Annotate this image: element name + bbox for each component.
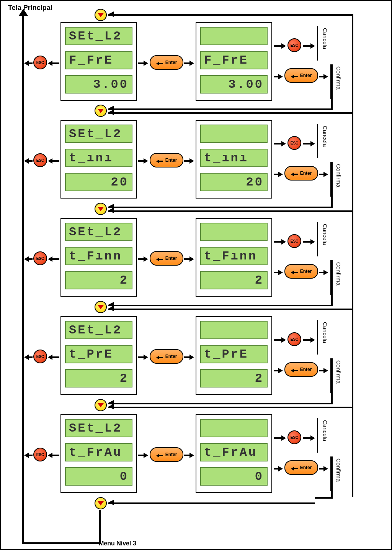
enter-button-confirma[interactable]: Enter bbox=[284, 460, 318, 475]
arrow-left-icon bbox=[108, 11, 114, 17]
arrow-right bbox=[184, 61, 194, 66]
arrow-up-icon bbox=[19, 9, 28, 16]
down-nav-button[interactable] bbox=[95, 301, 107, 313]
lcd-line1 bbox=[200, 27, 268, 45]
esc-button-left[interactable]: ESC bbox=[33, 251, 47, 265]
enter-button-mid[interactable]: Enter bbox=[150, 447, 183, 462]
arrow-left bbox=[48, 61, 59, 66]
cancela-bracket bbox=[317, 26, 318, 61]
menu-flow-diagram: Tela Principal ESC SEt_L2 F_FrE 3.00 Ent… bbox=[0, 0, 392, 550]
display-right: t_Fınn 2 bbox=[196, 218, 272, 297]
esc-button-left[interactable]: ESC bbox=[33, 448, 47, 461]
arrow-right bbox=[138, 61, 148, 66]
lcd-line1: SEt_L2 bbox=[65, 27, 132, 45]
title-menu-nivel: Menu Nível 3 bbox=[99, 540, 136, 547]
esc-button-cancela[interactable]: ESC bbox=[287, 234, 301, 248]
feedback-line bbox=[108, 14, 353, 16]
feedback-line bbox=[108, 502, 315, 504]
enter-button-mid[interactable]: Enter bbox=[150, 349, 183, 364]
feedback-line bbox=[108, 108, 333, 110]
arrow-left bbox=[24, 61, 33, 66]
down-nav-button[interactable] bbox=[95, 105, 107, 117]
lcd-line2: F_FrE bbox=[200, 51, 268, 69]
esc-button-cancela[interactable]: ESC bbox=[287, 136, 301, 150]
esc-button-left[interactable]: ESC bbox=[33, 153, 47, 167]
display-right: t_ını 20 bbox=[196, 120, 272, 199]
esc-button-left[interactable]: ESC bbox=[33, 56, 47, 69]
down-nav-button[interactable] bbox=[95, 399, 107, 411]
display-right: t_PrE 2 bbox=[196, 316, 272, 395]
esc-button-cancela[interactable]: ESC bbox=[287, 38, 301, 52]
title-tela-principal: Tela Principal bbox=[8, 4, 52, 12]
enter-button-confirma[interactable]: Enter bbox=[284, 68, 318, 83]
display-left: SEt_L2 t_ını 20 bbox=[60, 120, 137, 199]
down-nav-button-bottom[interactable] bbox=[95, 497, 107, 509]
confirma-vline bbox=[331, 64, 333, 110]
enter-button-mid[interactable]: Enter bbox=[150, 251, 183, 266]
confirma-label: Confirma bbox=[335, 66, 342, 90]
display-left: SEt_L2 t_FrAu 0 bbox=[60, 414, 137, 493]
enter-button-mid[interactable]: Enter bbox=[150, 55, 183, 70]
down-nav-button[interactable] bbox=[95, 203, 107, 215]
esc-button-cancela[interactable]: ESC bbox=[287, 430, 301, 444]
enter-button-confirma[interactable]: Enter bbox=[284, 264, 318, 279]
enter-button-mid[interactable]: Enter bbox=[150, 153, 183, 167]
cancela-label: Cancela bbox=[322, 28, 328, 49]
esc-button-left[interactable]: ESC bbox=[33, 350, 47, 363]
esc-button-cancela[interactable]: ESC bbox=[287, 332, 301, 346]
lcd-line3: 3.00 bbox=[65, 75, 132, 94]
arrow-right bbox=[303, 43, 315, 49]
arrow-right bbox=[319, 74, 328, 79]
enter-button-confirma[interactable]: Enter bbox=[284, 166, 318, 181]
display-left: SEt_L2 t_Fınn 2 bbox=[60, 218, 137, 297]
lcd-line2: F_FrE bbox=[65, 51, 132, 69]
arrow-right bbox=[274, 43, 286, 49]
arrow-right bbox=[274, 74, 283, 79]
down-nav-button-top[interactable] bbox=[95, 9, 107, 21]
feedback-line bbox=[108, 112, 353, 114]
display-right: t_FrAu 0 bbox=[196, 414, 272, 493]
enter-button-confirma[interactable]: Enter bbox=[284, 362, 318, 377]
arrow-left-icon bbox=[108, 110, 114, 115]
lcd-line3: 3.00 bbox=[200, 75, 268, 94]
display-right: F_FrE 3.00 bbox=[196, 22, 272, 101]
display-left: SEt_L2 t_PrE 2 bbox=[60, 316, 137, 395]
display-left: SEt_L2 F_FrE 3.00 bbox=[60, 22, 137, 101]
